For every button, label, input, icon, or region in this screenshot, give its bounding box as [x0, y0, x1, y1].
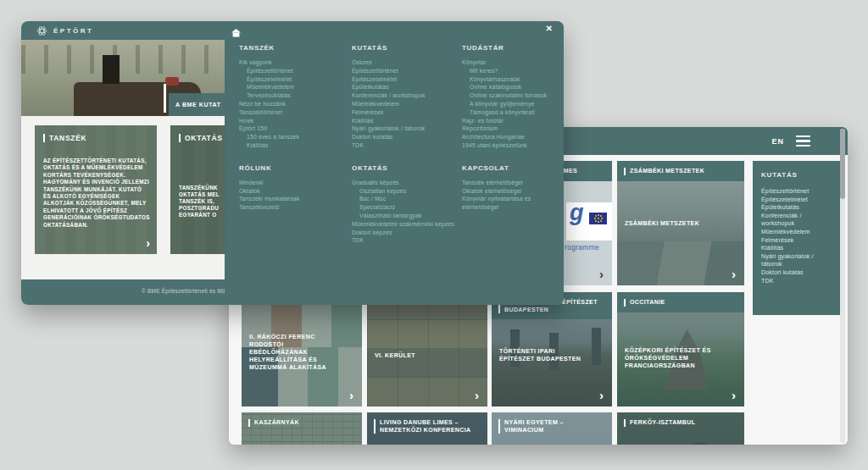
title-accent-bar — [498, 419, 500, 434]
scrollbar-track[interactable] — [840, 129, 845, 443]
menu-link[interactable]: Műemlékvédelem — [352, 100, 459, 108]
sidebar-link[interactable]: Nyári gyakorlatok / táborok — [761, 252, 833, 268]
chevron-right-icon[interactable]: › — [599, 390, 604, 401]
menu-link[interactable]: 150 éves a tanszék — [239, 133, 347, 141]
menu-section: OKTATÁSGraduális képzésOsztatlan képzésB… — [352, 164, 459, 245]
sidebar-link[interactable]: TDK — [761, 277, 833, 285]
menu-link[interactable]: Nyári gyakorlatok / táborok — [352, 124, 459, 133]
menu-section: KAPCSOLATTanszék elérhetőségeiOktatók el… — [462, 164, 559, 212]
sidebar-link[interactable]: Kiállítás — [761, 244, 833, 252]
menu-link[interactable]: Műemlékvédelem — [239, 83, 347, 91]
menu-link[interactable]: Mindenki — [239, 179, 347, 187]
menu-link[interactable]: Kiállítás — [352, 117, 459, 125]
tile-kaszarnyak[interactable]: KASZÁRNYÁK — [242, 412, 362, 445]
chevron-right-icon[interactable]: › — [146, 236, 150, 250]
menu-link[interactable]: Doktori képzés — [352, 229, 459, 237]
brand-name[interactable]: ÉPTÖRT — [53, 27, 93, 35]
tile-title: LIVING DANUBE LIMES – NEMZETKÖZI KONFERE… — [367, 412, 487, 440]
tile-title: ZSÁMBÉKI METSZETEK — [617, 161, 744, 181]
sidebar-link[interactable]: Felmérések — [761, 236, 833, 245]
language-switch[interactable]: EN — [771, 137, 784, 146]
menu-heading: KUTATÁS — [352, 44, 459, 52]
home-icon[interactable] — [231, 25, 241, 41]
close-icon[interactable]: ✕ — [546, 24, 553, 33]
teal-tint-overlay — [367, 292, 487, 406]
sidebar-link[interactable]: Építészettörténet — [761, 187, 833, 196]
tile-nyari-egyetem-viminacium[interactable]: NYÁRI EGYETEM – VIMINACIUM — [492, 412, 612, 445]
menu-link[interactable]: Építészetelmélet — [239, 75, 347, 84]
hamburger-menu-icon[interactable] — [796, 135, 810, 147]
menu-link[interactable]: Hírek — [239, 117, 347, 125]
tile-occitanie[interactable]: OCCITANIEKÖZÉPKORI ÉPÍTÉSZET ÉS ÖRÖKSÉGV… — [617, 292, 744, 406]
menu-link[interactable]: Épületkutatás — [352, 83, 459, 91]
menu-link[interactable]: Könyvtár nyitvatartása és elérhetőségei — [462, 195, 559, 212]
menu-link[interactable]: TDK — [352, 141, 459, 150]
menu-link[interactable]: 1945 utáni építészetünk — [462, 141, 559, 150]
menu-heading: RÓLUNK — [239, 164, 347, 172]
menu-link[interactable]: Bsc / Msc — [352, 195, 459, 203]
sidebar-link[interactable]: Műemlékvédelem — [761, 228, 833, 236]
menu-link[interactable]: Online szakirodalmi források — [462, 91, 559, 100]
tanszek-promo-card[interactable]: TANSZÉK AZ ÉPÍTÉSZETTÖRTÉNETI KUTATÁS, O… — [35, 125, 157, 254]
menu-column-3: TUDÁSTÁRKönyvtárMit keres?Könyvtárhaszná… — [462, 44, 559, 212]
chevron-right-icon[interactable]: › — [349, 390, 353, 401]
tile-title-text: OCCITANIE — [630, 299, 665, 307]
eptort-logo-icon[interactable] — [36, 25, 48, 37]
menu-link[interactable]: Könyvtárhasználat — [462, 75, 559, 84]
menu-link[interactable]: Kiállítás — [239, 141, 347, 150]
tile-torteneti-ipari-epiteszet[interactable]: TÖRTÉNETI IPARI ÉPÍTÉSZET BUDAPESTENTÖRT… — [492, 292, 612, 406]
scrollbar-thumb[interactable] — [840, 129, 845, 199]
chevron-right-icon[interactable]: › — [732, 390, 736, 401]
menu-link[interactable]: Választható tantárgyak — [352, 212, 459, 220]
sidebar-link[interactable]: Konferenciák / workshopok — [761, 212, 833, 228]
menu-link[interactable]: Konferenciák / workshopok — [352, 91, 459, 100]
menu-link[interactable]: Összes — [352, 58, 459, 67]
tile-zsambeki-metszetek[interactable]: ZSÁMBÉKI METSZETEKZSÁMBÉKI METSZETEK› — [617, 161, 744, 285]
menu-link[interactable]: Tervezésoktatás — [239, 91, 347, 100]
chevron-right-icon[interactable]: › — [475, 390, 479, 401]
chevron-right-icon[interactable]: › — [599, 268, 604, 280]
menu-link[interactable]: Repozitórium — [462, 124, 559, 133]
chevron-right-icon[interactable]: › — [732, 268, 736, 280]
menu-link[interactable]: Könyvtár — [462, 58, 559, 67]
sidebar-link[interactable]: Építészetelmélet — [761, 196, 833, 204]
tile-ferkoy-isztambul[interactable]: FERKÖY-ISZTAMBUL — [617, 412, 744, 445]
menu-link[interactable]: Osztatlan képzés — [352, 187, 459, 196]
menu-link[interactable]: Graduális képzés — [352, 179, 459, 187]
menu-link[interactable]: Doktori kutatás — [352, 133, 459, 141]
menu-link[interactable]: Felmérések — [352, 108, 459, 117]
menu-link[interactable]: Tanszéki munkatársak — [239, 195, 347, 203]
menu-link[interactable]: Nézz be hozzánk — [239, 100, 347, 108]
menu-link[interactable]: Online katalógusok — [462, 83, 559, 91]
programme-text: rogramme — [565, 243, 599, 252]
title-accent-bar — [248, 419, 250, 427]
menu-link[interactable]: Építészettörténet — [239, 67, 347, 75]
menu-link[interactable]: Oktatók elérhetőségei — [462, 187, 559, 196]
menu-link[interactable]: Építészettörténet — [352, 67, 459, 75]
sidebar-link[interactable]: Doktori kutatás — [761, 268, 833, 277]
teal-tint-overlay — [492, 319, 612, 406]
menu-link[interactable]: Mit keres? — [462, 67, 559, 75]
menu-link[interactable]: Architectura Hungariae — [462, 133, 559, 141]
menu-link[interactable]: Tanszék elérhetőségei — [462, 179, 559, 187]
menu-link[interactable]: Specializáció — [352, 203, 459, 212]
menu-link[interactable]: Tanszéktörténet — [239, 108, 347, 117]
menu-link[interactable]: Tanszékvezető — [239, 203, 347, 212]
tile-living-danube-limes-konferencia[interactable]: LIVING DANUBE LIMES – NEMZETKÖZI KONFERE… — [367, 412, 487, 445]
menu-link[interactable]: Éptört 150 — [239, 124, 347, 133]
menu-link[interactable]: TDK — [352, 236, 459, 245]
sidebar-link[interactable]: Épületkutatás — [761, 203, 833, 212]
sidebar-link-list: ÉpítészettörténetÉpítészetelméletÉpületk… — [761, 187, 833, 285]
tile-vi-kerulet[interactable]: VI. KERÜLET› — [367, 292, 487, 406]
menu-link[interactable]: Építészetelmélet — [352, 75, 459, 84]
card-title: TANSZÉK — [49, 134, 86, 142]
menu-link[interactable]: A könyvtár gyűjteménye — [462, 100, 559, 108]
mega-menu-overlay: ✕ TANSZÉKKik vagyunkÉpítészettörténetÉpí… — [225, 21, 564, 305]
menu-link[interactable]: Műemlékvédelmi szakmérnöki képzés — [352, 220, 459, 229]
menu-link[interactable]: Oktatók — [239, 187, 347, 196]
menu-link[interactable]: Kik vagyunk — [239, 58, 347, 67]
tile-title-text: LIVING DANUBE LIMES – NEMZETKÖZI KONFERE… — [380, 419, 473, 434]
menu-link[interactable]: Támogasd a könyvtárat! — [462, 108, 559, 117]
menu-link[interactable]: Rajz- és fotótár — [462, 117, 559, 125]
tile-rakoczi-ebedlohaz[interactable]: II. RÁKÓCZI FERENC RODOSTÓI EBÉDLŐHÁZÁNA… — [242, 292, 362, 406]
